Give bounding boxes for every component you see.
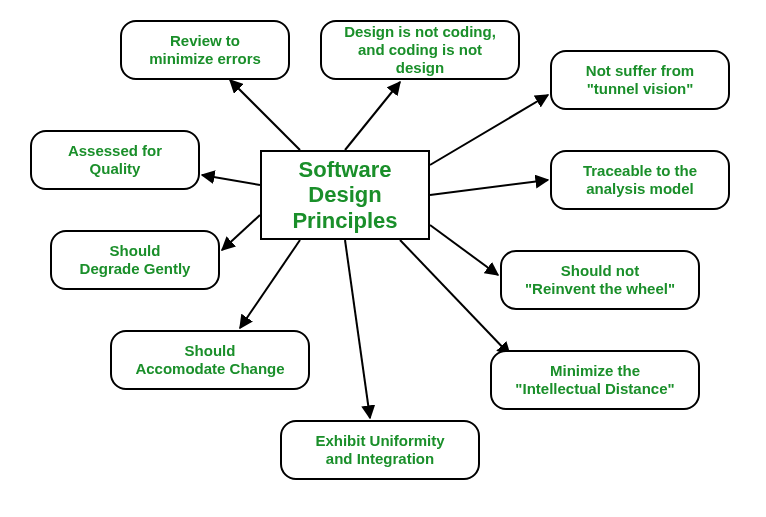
node-uniformity: Exhibit Uniformity and Integration [280,420,480,480]
svg-line-3 [202,175,260,185]
node-review: Review to minimize errors [120,20,290,80]
svg-line-7 [240,240,300,328]
svg-line-5 [222,215,260,250]
node-traceable: Traceable to the analysis model [550,150,730,210]
svg-line-4 [430,180,548,195]
node-label: Assessed for Quality [68,142,162,178]
svg-line-2 [430,95,548,165]
node-label: Traceable to the analysis model [583,162,697,198]
node-tunnel: Not suffer from "tunnel vision" [550,50,730,110]
node-label: Should Degrade Gently [80,242,191,278]
svg-line-8 [400,240,510,355]
node-coding: Design is not coding, and coding is not … [320,20,520,80]
diagram-canvas: Software Design Principles Review to min… [0,0,766,517]
node-accomodate: Should Accomodate Change [110,330,310,390]
svg-line-6 [430,225,498,275]
node-reinvent: Should not "Reinvent the wheel" [500,250,700,310]
node-label: Should Accomodate Change [135,342,284,378]
node-quality: Assessed for Quality [30,130,200,190]
node-label: Exhibit Uniformity and Integration [315,432,444,468]
node-label: Review to minimize errors [149,32,261,68]
center-concept: Software Design Principles [260,150,430,240]
node-label: Not suffer from "tunnel vision" [586,62,694,98]
node-minimize: Minimize the "Intellectual Distance" [490,350,700,410]
node-degrade: Should Degrade Gently [50,230,220,290]
node-label: Design is not coding, and coding is not … [332,23,508,77]
svg-line-0 [230,80,300,150]
node-label: Minimize the "Intellectual Distance" [515,362,674,398]
svg-line-9 [345,240,370,418]
center-label: Software Design Principles [292,157,397,233]
svg-line-1 [345,82,400,150]
node-label: Should not "Reinvent the wheel" [525,262,675,298]
